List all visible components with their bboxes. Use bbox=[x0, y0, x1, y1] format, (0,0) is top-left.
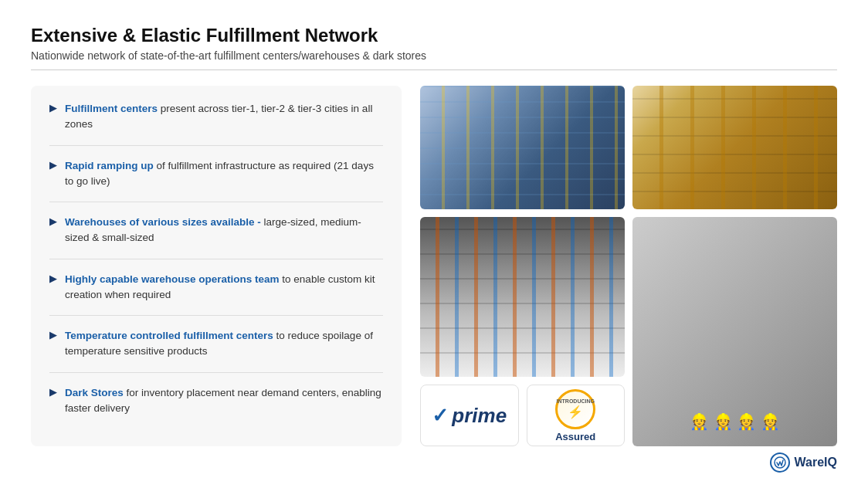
warehouse-photo-1 bbox=[420, 86, 625, 209]
bullet-bold: Dark Stores bbox=[65, 387, 124, 398]
prime-text: prime bbox=[452, 404, 507, 428]
bullet-arrow-icon: ▶ bbox=[49, 386, 57, 398]
logo-row: ✓ prime INTRODUCING ⚡ Assured bbox=[420, 385, 625, 446]
wareiq-icon bbox=[770, 452, 790, 473]
assured-label: Assured bbox=[555, 431, 595, 442]
right-panel: ✓ prime INTRODUCING ⚡ Assured bbox=[420, 86, 837, 446]
list-item: ▶ Dark Stores for inventory placement ne… bbox=[49, 385, 383, 417]
divider bbox=[49, 372, 383, 373]
divider bbox=[49, 202, 383, 202]
prime-logo-box: ✓ prime bbox=[420, 385, 519, 446]
bullet-arrow-icon: ▶ bbox=[49, 159, 57, 171]
subtitle: Nationwide network of state-of-the-art f… bbox=[31, 49, 837, 62]
bullet-arrow-icon: ▶ bbox=[49, 215, 57, 227]
bullet-arrow-icon: ▶ bbox=[49, 329, 57, 341]
footer: WareIQ bbox=[31, 446, 837, 473]
bullet-text: Highly capable warehouse operations team… bbox=[65, 272, 383, 303]
bullet-text: Dark Stores for inventory placement near… bbox=[65, 385, 383, 417]
page: Extensive & Elastic Fulfillment Network … bbox=[0, 0, 868, 488]
warehouse-photo-2 bbox=[632, 86, 837, 209]
team-photo bbox=[632, 217, 837, 446]
content-area: ▶ Fulfillment centers present across tie… bbox=[31, 86, 837, 446]
assured-logo: INTRODUCING ⚡ Assured bbox=[555, 389, 595, 442]
bullet-bold: Highly capable warehouse operations team bbox=[65, 273, 280, 285]
bullet-text: Fulfillment centers present across tier-… bbox=[65, 101, 383, 133]
bullet-bold: Temperature controlled fulfillment cente… bbox=[65, 330, 273, 341]
list-item: ▶ Fulfillment centers present across tie… bbox=[49, 101, 383, 133]
bullet-bold: Rapid ramping up bbox=[65, 160, 154, 171]
list-item: ▶ Temperature controlled fulfillment cen… bbox=[49, 328, 383, 360]
assured-intro-text: INTRODUCING bbox=[557, 398, 595, 405]
wareiq-logo: WareIQ bbox=[770, 452, 837, 473]
main-title: Extensive & Elastic Fulfillment Network bbox=[31, 25, 837, 46]
left-panel: ▶ Fulfillment centers present across tie… bbox=[31, 86, 402, 446]
bullet-bold: Warehouses of various sizes available - bbox=[65, 216, 261, 228]
bullet-bold: Fulfillment centers bbox=[65, 103, 158, 114]
bullet-text: Warehouses of various sizes available - … bbox=[65, 215, 383, 246]
prime-logo: ✓ prime bbox=[432, 404, 507, 428]
assured-flash-icon: ⚡ bbox=[568, 405, 583, 419]
list-item: ▶ Warehouses of various sizes available … bbox=[49, 215, 383, 246]
divider bbox=[49, 259, 383, 259]
list-item: ▶ Highly capable warehouse operations te… bbox=[49, 272, 383, 303]
assured-logo-box: INTRODUCING ⚡ Assured bbox=[527, 385, 626, 446]
photo-grid-bottom: ✓ prime INTRODUCING ⚡ Assured bbox=[420, 217, 837, 446]
bullet-arrow-icon: ▶ bbox=[49, 273, 57, 284]
wareiq-brand-text: WareIQ bbox=[795, 456, 837, 469]
bullet-text: Rapid ramping up of fulfillment infrastr… bbox=[65, 158, 383, 190]
divider bbox=[49, 145, 383, 146]
bullet-arrow-icon: ▶ bbox=[49, 102, 57, 114]
bullet-text: Temperature controlled fulfillment cente… bbox=[65, 328, 383, 360]
assured-circle: INTRODUCING ⚡ bbox=[555, 389, 595, 429]
prime-check-icon: ✓ bbox=[432, 404, 449, 428]
list-item: ▶ Rapid ramping up of fulfillment infras… bbox=[49, 158, 383, 190]
photo-grid-top bbox=[420, 86, 837, 209]
divider bbox=[49, 315, 383, 316]
header: Extensive & Elastic Fulfillment Network … bbox=[31, 25, 837, 70]
warehouse-photo-3 bbox=[420, 217, 625, 377]
